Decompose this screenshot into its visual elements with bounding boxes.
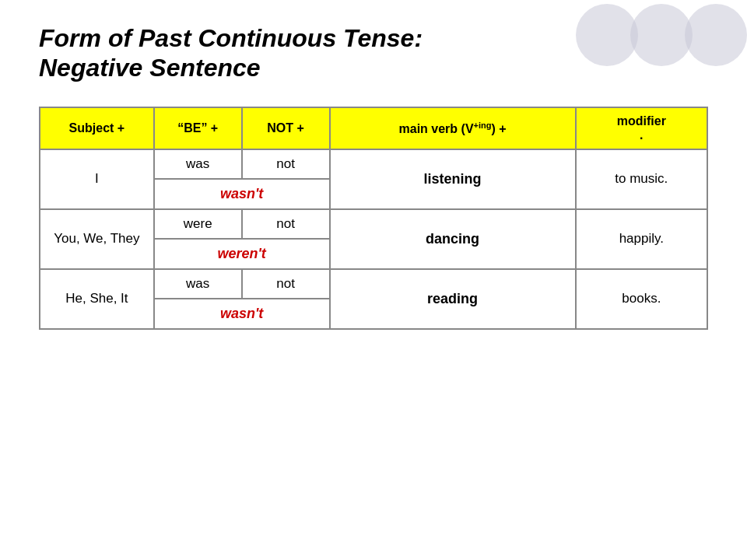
subject-you-we-they: You, We, They bbox=[40, 209, 154, 269]
header-modifier: modifier . bbox=[576, 107, 707, 149]
modifier-happily: happily. bbox=[576, 209, 707, 269]
be-was-1: was bbox=[154, 149, 242, 179]
mainverb-listening: listening bbox=[330, 149, 576, 209]
grammar-table: Subject + “BE” + NOT + main verb (V+ing)… bbox=[39, 107, 708, 330]
modifier-to-music: to music. bbox=[576, 149, 707, 209]
header-modifier-dot: . bbox=[640, 128, 643, 142]
modifier-books: books. bbox=[576, 269, 707, 329]
header-not: NOT + bbox=[242, 107, 330, 149]
title-line1: Form of Past Continuous Tense: bbox=[39, 24, 423, 52]
mainverb-dancing: dancing bbox=[330, 209, 576, 269]
title-line2: Negative Sentence bbox=[39, 54, 261, 82]
superscript-ing: +ing bbox=[474, 121, 492, 130]
mainverb-reading: reading bbox=[330, 269, 576, 329]
not-2: not bbox=[242, 209, 330, 239]
subject-he-she-it: He, She, It bbox=[40, 269, 154, 329]
table-row: I was not listening to music. bbox=[40, 149, 707, 179]
header-subject: Subject + bbox=[40, 107, 154, 149]
contraction-werent: weren't bbox=[154, 239, 330, 269]
table-row: You, We, They were not dancing happily. bbox=[40, 209, 707, 239]
contraction-wasnt-2: wasn't bbox=[154, 299, 330, 329]
header-modifier-text: modifier bbox=[617, 114, 666, 128]
table-row: He, She, It was not reading books. bbox=[40, 269, 707, 299]
be-was-2: was bbox=[154, 269, 242, 299]
header-mainverb: main verb (V+ing) + bbox=[330, 107, 576, 149]
header-be: “BE” + bbox=[154, 107, 242, 149]
subject-i: I bbox=[40, 149, 154, 209]
contraction-wasnt-1: wasn't bbox=[154, 179, 330, 209]
not-3: not bbox=[242, 269, 330, 299]
page-title: Form of Past Continuous Tense: Negative … bbox=[39, 23, 568, 83]
be-were: were bbox=[154, 209, 242, 239]
not-1: not bbox=[242, 149, 330, 179]
